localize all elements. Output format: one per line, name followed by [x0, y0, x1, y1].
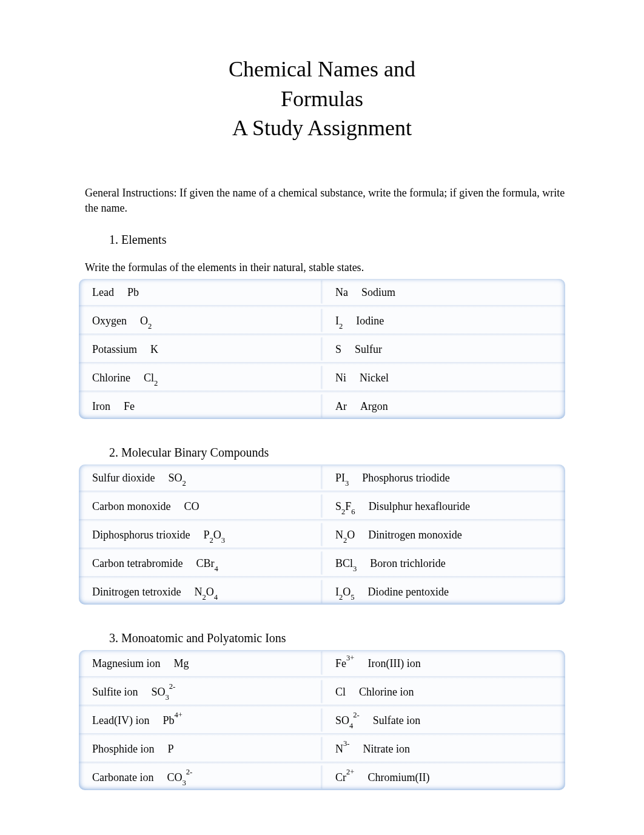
- answer-text: Chromium(II): [367, 771, 429, 784]
- answer-text: Mg: [174, 657, 189, 670]
- table-cell: SSulfur: [322, 336, 565, 362]
- table-cell: ClChlorine ion: [322, 679, 565, 705]
- table-row: Carbon tetrabromideCBr4BCl3Boron trichlo…: [79, 548, 565, 576]
- table-cell: Sulfur dioxideSO2: [79, 464, 322, 491]
- answer-text: Boron trichloride: [370, 557, 445, 570]
- answer-text: Argon: [360, 400, 388, 413]
- answer-text: Sodium: [361, 286, 395, 299]
- prompt-text: Na: [335, 286, 348, 299]
- answer-text: Sulfate ion: [373, 714, 421, 727]
- general-instructions: General Instructions: If given the name …: [85, 186, 565, 216]
- prompt-text: Ar: [335, 400, 347, 413]
- prompt-text: Lead(IV) ion: [92, 714, 149, 727]
- prompt-text: Dinitrogen tetroxide: [92, 586, 181, 599]
- sections-container: 1. ElementsWrite the formulas of the ele…: [79, 233, 565, 790]
- answer-text: P: [168, 743, 174, 756]
- answer-table: Magnesium ionMgFe3+Iron(III) ionSulfite …: [79, 650, 565, 790]
- prompt-text: I2O5: [335, 586, 355, 599]
- table-row: Sulfite ionSO32-ClChlorine ion: [79, 676, 565, 705]
- answer-text: Chlorine ion: [359, 686, 414, 699]
- table-cell: ArArgon: [322, 393, 565, 419]
- table-cell: OxygenO2: [79, 307, 322, 334]
- table-row: Carbon monoxideCOS2F6Disulphur hexaflour…: [79, 491, 565, 519]
- table-cell: Carbonate ionCO32-: [79, 764, 322, 790]
- table-cell: Carbon monoxideCO: [79, 493, 322, 519]
- prompt-text: Chlorine: [92, 372, 130, 384]
- prompt-text: Ni: [335, 372, 346, 384]
- table-cell: NiNickel: [322, 364, 565, 391]
- table-cell: NaSodium: [322, 279, 565, 305]
- prompt-text: Sulfite ion: [92, 686, 138, 699]
- answer-text: Iodine: [356, 315, 384, 327]
- prompt-text: N2O: [335, 529, 355, 542]
- table-cell: N2ODinitrogen monoxide: [322, 521, 565, 548]
- prompt-text: Magnesium ion: [92, 657, 161, 670]
- prompt-text: Carbon tetrabromide: [92, 557, 183, 570]
- table-cell: Diphosphorus trioxideP2O3: [79, 521, 322, 548]
- prompt-text: Lead: [92, 286, 114, 299]
- section-heading: 3. Monoatomic and Polyatomic Ions: [109, 605, 565, 645]
- table-cell: Magnesium ionMg: [79, 650, 322, 676]
- answer-text: K: [150, 343, 158, 356]
- prompt-text: Potassium: [92, 343, 137, 356]
- table-cell: N3-Nitrate ion: [322, 736, 565, 762]
- prompt-text: PI3: [335, 472, 349, 485]
- prompt-text: Iron: [92, 400, 110, 413]
- table-cell: IronFe: [79, 393, 322, 419]
- table-cell: PI3Phosphorus triodide: [322, 464, 565, 491]
- table-cell: Fe3+Iron(III) ion: [322, 650, 565, 676]
- table-row: LeadPbNaSodium: [79, 279, 565, 305]
- answer-text: Nickel: [360, 372, 389, 384]
- answer-table: LeadPbNaSodiumOxygenO2I2IodinePotassiumK…: [79, 279, 565, 419]
- table-cell: Carbon tetrabromideCBr4: [79, 550, 322, 576]
- answer-text: Disulphur hexaflouride: [369, 500, 470, 513]
- table-row: PotassiumKSSulfur: [79, 334, 565, 362]
- table-cell: PotassiumK: [79, 336, 322, 362]
- table-cell: Lead(IV) ionPb4+: [79, 707, 322, 733]
- prompt-text: SO42-: [335, 714, 360, 727]
- section-heading: 2. Molecular Binary Compounds: [109, 419, 565, 460]
- table-cell: I2O5Diodine pentoxide: [322, 578, 565, 605]
- prompt-text: Cr2+: [335, 771, 354, 784]
- table-cell: Phosphide ionP: [79, 736, 322, 762]
- page-title: Chemical Names and Formulas A Study Assi…: [79, 55, 565, 143]
- prompt-text: Cl: [335, 686, 346, 699]
- answer-text: SO32-: [152, 686, 176, 699]
- answer-text: Fe: [124, 400, 135, 413]
- table-row: ChlorineCl2NiNickel: [79, 362, 565, 391]
- answer-text: CO: [184, 500, 199, 513]
- answer-text: Iron(III) ion: [367, 657, 420, 670]
- answer-text: Diodine pentoxide: [368, 586, 449, 599]
- answer-text: Cl2: [144, 372, 158, 384]
- table-row: Carbonate ionCO32-Cr2+Chromium(II): [79, 762, 565, 790]
- table-row: Phosphide ionPN3-Nitrate ion: [79, 733, 565, 762]
- table-cell: S2F6Disulphur hexaflouride: [322, 493, 565, 519]
- answer-text: CBr4: [196, 557, 218, 570]
- table-row: Diphosphorus trioxideP2O3N2ODinitrogen m…: [79, 519, 565, 548]
- table-row: Dinitrogen tetroxideN2O4I2O5Diodine pent…: [79, 576, 565, 605]
- answer-text: N2O4: [194, 586, 218, 599]
- table-cell: Sulfite ionSO32-: [79, 679, 322, 705]
- answer-text: Sulfur: [355, 343, 382, 356]
- prompt-text: Sulfur dioxide: [92, 472, 155, 485]
- answer-text: Dinitrogen monoxide: [368, 529, 461, 542]
- answer-text: SO2: [169, 472, 186, 485]
- table-cell: BCl3Boron trichloride: [322, 550, 565, 576]
- table-row: Magnesium ionMgFe3+Iron(III) ion: [79, 650, 565, 676]
- table-row: Sulfur dioxideSO2PI3Phosphorus triodide: [79, 464, 565, 491]
- table-cell: Dinitrogen tetroxideN2O4: [79, 578, 322, 605]
- prompt-text: Phosphide ion: [92, 743, 155, 756]
- answer-text: P2O3: [204, 529, 226, 542]
- prompt-text: S2F6: [335, 500, 355, 513]
- answer-text: Nitrate ion: [363, 743, 410, 756]
- table-row: OxygenO2I2Iodine: [79, 305, 565, 334]
- table-row: Lead(IV) ionPb4+SO42-Sulfate ion: [79, 705, 565, 733]
- table-cell: ChlorineCl2: [79, 364, 322, 391]
- title-line-1: Chemical Names and: [229, 57, 415, 81]
- answer-text: CO32-: [167, 771, 192, 784]
- table-cell: I2Iodine: [322, 307, 565, 334]
- title-line-2: Formulas: [281, 87, 363, 111]
- answer-table: Sulfur dioxideSO2PI3Phosphorus triodideC…: [79, 464, 565, 605]
- prompt-text: I2: [335, 315, 343, 327]
- prompt-text: N3-: [335, 743, 350, 756]
